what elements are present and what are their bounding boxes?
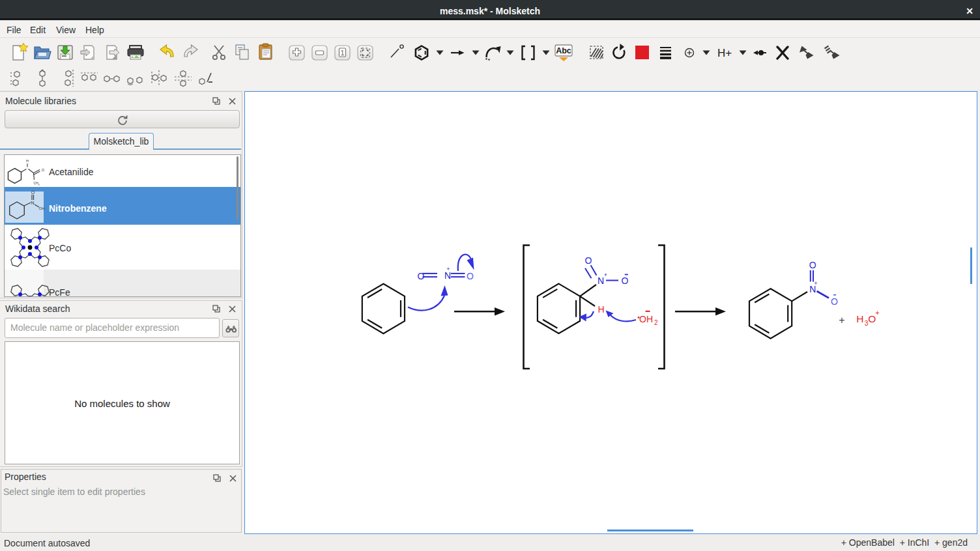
svg-text:N: N bbox=[31, 201, 34, 205]
svg-text:H: H bbox=[598, 304, 604, 315]
svg-text:+: + bbox=[814, 280, 817, 287]
svg-text:Abc: Abc bbox=[556, 46, 571, 55]
svg-text:O: O bbox=[831, 296, 838, 307]
svg-text:H: H bbox=[26, 159, 29, 163]
svg-text:N: N bbox=[598, 276, 604, 286]
svg-text:1: 1 bbox=[341, 49, 345, 57]
svg-text:OH: OH bbox=[39, 206, 45, 210]
svg-text:O: O bbox=[418, 271, 425, 281]
svg-text:+: + bbox=[875, 309, 879, 317]
svg-text:O: O bbox=[809, 260, 816, 270]
svg-text:O: O bbox=[31, 190, 35, 195]
svg-text:2: 2 bbox=[654, 319, 658, 326]
svg-text:OH: OH bbox=[639, 314, 653, 324]
svg-text:+: + bbox=[446, 266, 450, 272]
svg-text:O: O bbox=[467, 271, 474, 281]
svg-text:+: + bbox=[839, 315, 844, 326]
svg-text:H: H bbox=[856, 313, 863, 324]
svg-text:H+: H+ bbox=[717, 47, 732, 59]
svg-text:O: O bbox=[42, 168, 45, 172]
svg-text:O: O bbox=[622, 276, 629, 286]
svg-text:+: + bbox=[604, 272, 607, 278]
svg-text:3: 3 bbox=[38, 184, 40, 186]
svg-text:O: O bbox=[585, 255, 592, 266]
